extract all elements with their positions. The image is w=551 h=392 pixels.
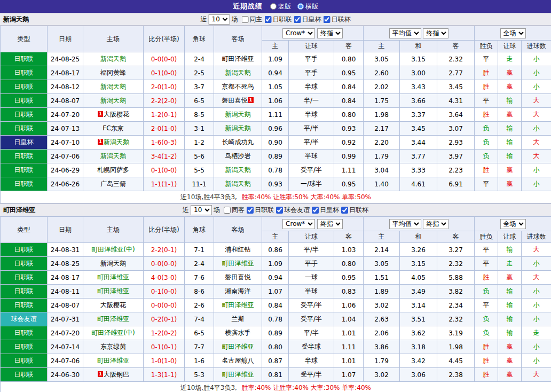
match-score[interactable]: 1-3(1-1) (144, 368, 185, 382)
match-score[interactable]: 0-1(0-0) (144, 285, 185, 299)
filter-日联杯[interactable]: 日联杯 (324, 15, 351, 24)
home-team-link[interactable]: 町田泽维亚(中) (91, 246, 135, 253)
home-team-link[interactable]: 大阪樱花 (100, 301, 126, 309)
match-count-select[interactable]: 10 (191, 205, 212, 215)
match-score[interactable]: 2-2(0-1) (144, 243, 185, 257)
away-team-link[interactable]: 町田泽维亚 (222, 343, 254, 350)
filter-checkbox-input[interactable] (265, 16, 272, 23)
match-score[interactable]: 0-0(0-0) (144, 52, 185, 66)
away-team-link[interactable]: 磐田喜悦 (222, 97, 248, 104)
home-team-link[interactable]: 新潟天鹅 (100, 83, 126, 90)
filter-日皇杯[interactable]: 日皇杯 (312, 206, 339, 215)
away-team-link[interactable]: 磐田喜悦 (225, 273, 251, 281)
home-team-link[interactable]: FC东京 (103, 124, 123, 132)
odds-stage-select[interactable]: 终指 (317, 219, 343, 229)
home-team-link[interactable]: 町田泽维亚 (97, 273, 129, 281)
filter-同主[interactable]: 同主 (242, 15, 263, 24)
away-team-link[interactable]: 横滨水手 (225, 329, 251, 336)
layout-radio-input[interactable] (270, 3, 277, 10)
home-team-link[interactable]: 町田泽维亚 (97, 315, 129, 323)
away-team-link[interactable]: 町田泽维亚 (222, 55, 254, 62)
odds-source-select[interactable]: Crow* (282, 219, 315, 229)
scope-select[interactable]: 全场 (500, 28, 526, 38)
home-team-link[interactable]: 大阪樱花 (104, 111, 129, 118)
home-team-link[interactable]: 广岛三箭 (100, 180, 126, 187)
match-score[interactable]: 4-0(3-0) (144, 271, 185, 285)
match-score[interactable]: 0-0(0-0) (144, 257, 185, 271)
col-away: 客场 (214, 26, 262, 52)
home-team-link[interactable]: 町田泽维亚 (97, 287, 129, 295)
match-score[interactable]: 3-4(1-2) (144, 150, 185, 163)
match-count-select[interactable]: 10 (209, 14, 230, 25)
match-score[interactable]: 0-2(0-1) (144, 312, 185, 326)
match-score[interactable]: 2-2(2-0) (144, 94, 185, 108)
home-team-link[interactable]: 新潟天鹅 (100, 55, 126, 62)
match-row: 日职联24-08-25新潟天鹅0-0(0-0)2-4町田泽维亚1.09平手0.8… (1, 257, 551, 271)
match-score[interactable]: 0-0(0-0) (144, 299, 185, 312)
away-team-link[interactable]: 湘南海洋 (225, 287, 251, 295)
avg-stage-select[interactable]: 终指 (423, 28, 448, 38)
filter-同客[interactable]: 同客 (224, 206, 245, 215)
filter-checkbox-input[interactable] (341, 207, 348, 214)
filter-日职联[interactable]: 日职联 (247, 206, 274, 215)
away-team-link[interactable]: 京都不死鸟 (222, 83, 254, 90)
filter-checkbox-input[interactable] (247, 207, 254, 214)
home-team-link[interactable]: 东京绿茵 (100, 343, 126, 350)
away-team-link[interactable]: 浦和红钻 (225, 246, 251, 253)
away-team-link[interactable]: 町田泽维亚 (222, 371, 254, 378)
away-team-link[interactable]: 兰斯 (232, 315, 245, 323)
match-score[interactable]: 2-0(1-0) (144, 122, 185, 136)
layout-radio-横版[interactable]: 横版 (297, 2, 318, 11)
home-team-link[interactable]: 新潟天鹅 (100, 260, 126, 267)
filter-日职联[interactable]: 日职联 (265, 15, 292, 24)
odds-stage-select[interactable]: 终指 (317, 28, 343, 38)
avg-source-select[interactable]: 平均值 (389, 219, 421, 229)
filter-日皇杯[interactable]: 日皇杯 (294, 15, 321, 24)
away-team-link[interactable]: 新潟天鹅 (225, 166, 251, 174)
layout-radio-竖版[interactable]: 竖版 (270, 2, 291, 11)
subheader-cell: 让球 (289, 41, 334, 52)
result-goals: 大 (522, 136, 551, 150)
match-score[interactable]: 1-6(0-3) (144, 136, 185, 150)
home-team-link[interactable]: 札幌冈萨多 (97, 166, 129, 174)
filter-checkbox-input[interactable] (242, 16, 249, 23)
home-team-link[interactable]: 新潟天鹅 (100, 97, 126, 104)
home-team-link[interactable]: 新潟天鹅 (104, 138, 129, 146)
away-team-link[interactable]: 名古屋鲸八 (222, 357, 254, 364)
home-team-link[interactable]: 福冈黄蜂 (100, 69, 126, 76)
match-score[interactable]: 0-1(0-0) (144, 66, 185, 80)
away-team-link[interactable]: 长崎成功丸 (222, 138, 254, 146)
away-team-link[interactable]: 新潟天鹅 (225, 180, 251, 187)
match-score[interactable]: 1-2(0-2) (144, 326, 185, 340)
away-team-link[interactable]: 町田泽维亚 (222, 301, 254, 309)
match-score[interactable]: 1-2(0-1) (144, 108, 185, 122)
avg-source-select[interactable]: 平均值 (389, 28, 421, 38)
away-team-link[interactable]: 新潟天鹅 (225, 69, 251, 76)
match-score[interactable]: 0-1(0-0) (144, 163, 185, 177)
away-team-link[interactable]: 新潟天鹅 (225, 124, 251, 132)
layout-radio-input[interactable] (297, 3, 304, 10)
filter-checkbox-input[interactable] (312, 207, 319, 214)
match-score[interactable]: 1-0(1-0) (144, 354, 185, 368)
filter-checkbox-input[interactable] (276, 207, 283, 214)
odds-source-select[interactable]: Crow* (282, 28, 315, 38)
scope-select[interactable]: 全场 (500, 219, 526, 229)
home-team-link[interactable]: 町田泽维亚 (97, 357, 129, 364)
home-team-link[interactable]: 町田泽维亚(中) (91, 329, 135, 336)
corner-score: 3-7 (185, 80, 214, 94)
filter-日联杯[interactable]: 日联杯 (341, 206, 368, 215)
away-team-link[interactable]: 町田泽维亚 (222, 260, 254, 267)
avg-stage-select[interactable]: 终指 (423, 219, 448, 229)
home-team-link[interactable]: 大阪钢巴 (104, 371, 129, 378)
filter-checkbox-input[interactable] (324, 16, 330, 23)
match-score[interactable]: 2-0(1-0) (144, 80, 185, 94)
match-score[interactable]: 0-1(0-1) (144, 340, 185, 354)
home-team-link[interactable]: 新潟天鹅 (100, 152, 126, 160)
match-score[interactable]: 1-1(1-1) (144, 177, 185, 191)
filter-checkbox-input[interactable] (224, 207, 231, 214)
away-team-link[interactable]: 鸟栖沙岩 (225, 152, 251, 160)
result-goals: 大 (522, 271, 551, 285)
filter-球会友谊[interactable]: 球会友谊 (276, 206, 310, 215)
filter-checkbox-input[interactable] (294, 16, 301, 23)
away-team-link[interactable]: 新潟天鹅 (225, 111, 251, 118)
